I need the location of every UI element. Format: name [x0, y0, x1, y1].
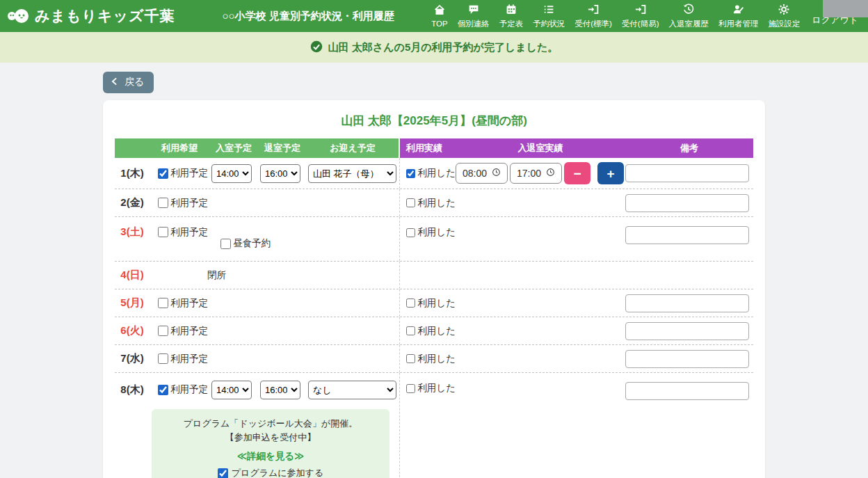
used-checkbox[interactable]	[406, 383, 415, 394]
col-plan: 利用希望	[150, 142, 209, 154]
used-checkbox[interactable]	[406, 168, 415, 179]
col-pickup: お迎え予定	[307, 142, 399, 154]
table-row: 4(日) 閉所	[115, 262, 753, 289]
remarks-input[interactable]	[625, 350, 749, 368]
plan-checkbox-label[interactable]: 利用予定	[150, 297, 209, 310]
used-checkbox[interactable]	[406, 353, 415, 364]
row-date: 4(日)	[115, 269, 150, 282]
entry-time-select[interactable]: 14:00	[211, 381, 252, 399]
plan-checkbox[interactable]	[158, 385, 168, 395]
list-icon	[542, 3, 556, 19]
used-checkbox-label[interactable]: 利用した	[400, 325, 456, 337]
table-row: 2(金) 利用予定 利用した	[115, 189, 753, 217]
plan-checkbox[interactable]	[158, 168, 168, 179]
success-banner: 山田 太郎さんの5月の利用予約が完了しました。	[0, 32, 868, 63]
nav-item-schedule[interactable]: 予定表	[495, 1, 529, 31]
plan-checkbox-label[interactable]: 利用予定	[150, 167, 209, 180]
used-checkbox-label[interactable]: 利用した	[400, 297, 456, 310]
actual-out-time[interactable]: 17:00	[510, 163, 562, 184]
used-checkbox[interactable]	[406, 198, 415, 208]
col-inout: 入退室実績	[456, 142, 625, 154]
chat-icon	[467, 3, 481, 19]
plan-checkbox[interactable]	[158, 198, 168, 208]
table-row: 5(月) 利用予定 利用した	[115, 289, 753, 317]
used-checkbox-label[interactable]: 利用した	[400, 167, 456, 180]
remarks-input[interactable]	[625, 226, 749, 244]
nav-item-checkin-standard[interactable]: 受付(標準)	[570, 1, 617, 31]
exit-time-select[interactable]: 16:00	[260, 381, 300, 399]
pickup-select[interactable]: なし	[308, 381, 396, 399]
exit-time-select[interactable]: 16:00	[260, 164, 300, 183]
used-checkbox[interactable]	[406, 228, 415, 238]
user-edit-icon	[732, 3, 746, 19]
plan-checkbox[interactable]	[158, 298, 168, 308]
success-message: 山田 太郎さんの5月の利用予約が完了しました。	[328, 41, 558, 54]
program-text: 【参加申込を受付中】	[157, 431, 384, 445]
plan-checkbox-label[interactable]: 利用予定	[150, 383, 209, 396]
pickup-select[interactable]: 山田 花子（母）	[308, 164, 396, 183]
entry-time-select[interactable]: 14:00	[211, 164, 252, 183]
reservation-table: 利用希望 入室予定 退室予定 お迎え予定 利用実績 入退室実績 備考 1(木) …	[115, 138, 753, 478]
program-detail-link[interactable]: ≪詳細を見る≫	[157, 450, 384, 463]
nav-item-facility-settings[interactable]: 施設設定	[763, 1, 805, 31]
nav-item-contact[interactable]: 個別連絡	[453, 1, 495, 31]
plan-checkbox-label[interactable]: 利用予定	[150, 353, 209, 365]
brand-logo[interactable]: みまもりキッズ千葉	[7, 6, 175, 26]
table-row: 3(土) 利用予定 昼食予約 利用した	[115, 217, 753, 262]
nav-item-checkin-simple[interactable]: 受付(簡易)	[617, 1, 664, 31]
actual-in-time[interactable]: 08:00	[456, 163, 508, 184]
reservation-card: 山田 太郎【2025年5月】(昼間の部) 利用希望 入室予定 退室予定 お迎え予…	[103, 100, 765, 478]
remarks-input[interactable]	[625, 294, 749, 312]
lunch-checkbox-label[interactable]: 昼食予約	[212, 237, 399, 250]
used-checkbox[interactable]	[406, 326, 415, 336]
nav-item-top[interactable]: TOP	[426, 2, 452, 30]
nav-item-reservations[interactable]: 予約状況	[528, 1, 570, 31]
plan-checkbox-label[interactable]: 利用予定	[150, 226, 209, 239]
calendar-icon	[504, 3, 518, 19]
program-join-checkbox[interactable]	[218, 468, 228, 478]
nav-item-entry-history[interactable]: 入退室履歴	[664, 1, 714, 31]
row-date: 7(水)	[115, 352, 150, 365]
remarks-input[interactable]	[625, 322, 749, 340]
remarks-input[interactable]	[625, 164, 749, 182]
back-arrow-icon	[111, 77, 120, 88]
top-navbar: みまもりキッズ千葉 ○○小学校 児童別予約状況・利用履歴 TOP 個別連絡 予定…	[0, 0, 868, 32]
remarks-input[interactable]	[625, 382, 749, 400]
program-notice: プログラム「ドッジボール大会」が開催。 【参加申込を受付中】 ≪詳細を見る≫ プ…	[152, 409, 389, 478]
plan-checkbox-label[interactable]: 利用予定	[150, 325, 209, 337]
row-date: 8(木)	[115, 383, 150, 397]
home-icon	[433, 4, 447, 19]
login-icon	[586, 3, 600, 19]
remove-time-button[interactable]: −	[564, 162, 590, 184]
closed-label: 閉所	[207, 269, 399, 282]
used-checkbox-label[interactable]: 利用した	[400, 226, 456, 239]
used-checkbox-label[interactable]: 利用した	[400, 197, 456, 209]
clock-icon	[546, 168, 555, 179]
used-checkbox[interactable]	[406, 298, 415, 308]
table-header-actual: 利用実績 入退室実績 備考	[400, 138, 753, 158]
mascot-icon	[7, 7, 31, 25]
row-date: 3(土)	[115, 225, 150, 239]
nav-menu: TOP 個別連絡 予定表 予約状況 受付(標準) 受付(簡易) 入退室履歴 利	[426, 1, 861, 31]
add-time-button[interactable]: +	[597, 162, 624, 184]
plan-checkbox[interactable]	[158, 227, 168, 237]
plan-checkbox[interactable]	[158, 353, 168, 364]
program-join-label[interactable]: プログラムに参加する	[218, 467, 323, 478]
row-date: 2(金)	[115, 196, 150, 209]
table-header-plan: 利用希望 入室予定 退室予定 お迎え予定	[115, 138, 399, 158]
check-circle-icon	[310, 40, 323, 55]
col-exit: 退室予定	[258, 142, 307, 154]
row-date: 6(火)	[115, 324, 150, 337]
gear-icon	[777, 3, 791, 19]
program-text: プログラム「ドッジボール大会」が開催。	[157, 417, 384, 431]
plan-checkbox[interactable]	[158, 326, 168, 336]
used-checkbox-label[interactable]: 利用した	[400, 382, 456, 395]
plan-checkbox-label[interactable]: 利用予定	[150, 197, 209, 209]
remarks-input[interactable]	[625, 194, 749, 212]
used-checkbox-label[interactable]: 利用した	[400, 353, 456, 365]
nav-item-user-management[interactable]: 利用者管理	[714, 1, 764, 31]
corner-overlay	[823, 0, 868, 17]
lunch-checkbox[interactable]	[220, 239, 231, 249]
back-button[interactable]: 戻る	[103, 72, 154, 93]
table-header: 利用希望 入室予定 退室予定 お迎え予定 利用実績 入退室実績 備考	[115, 138, 753, 158]
